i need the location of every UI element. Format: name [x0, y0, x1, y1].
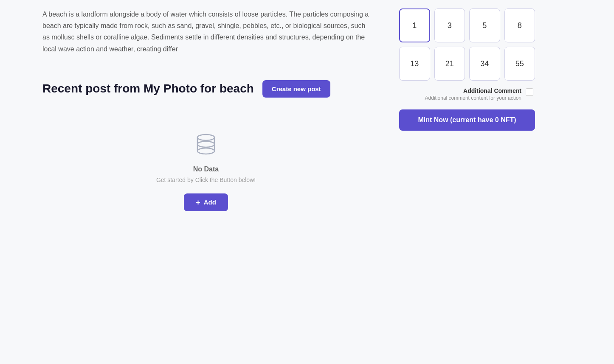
- recent-posts-section: Recent post from My Photo for beach Crea…: [42, 80, 369, 228]
- svg-point-1: [197, 141, 214, 147]
- nft-cell-21[interactable]: 21: [434, 47, 465, 81]
- main-content: A beach is a landform alongside a body o…: [0, 0, 386, 364]
- description-text: A beach is a landform alongside a body o…: [42, 8, 369, 55]
- nft-cell-13[interactable]: 13: [399, 47, 430, 81]
- svg-point-0: [197, 134, 214, 140]
- page-wrapper: A beach is a landform alongside a body o…: [0, 0, 614, 364]
- database-icon: [193, 132, 219, 159]
- plus-icon: +: [196, 199, 200, 206]
- nft-cell-34[interactable]: 34: [469, 47, 500, 81]
- additional-comment-description: Additional comment content for your acti…: [425, 95, 521, 101]
- recent-posts-title: Recent post from My Photo for beach: [42, 82, 254, 95]
- recent-posts-header: Recent post from My Photo for beach Crea…: [42, 80, 369, 98]
- nft-cell-1[interactable]: 1: [399, 8, 430, 42]
- nft-cell-8[interactable]: 8: [504, 8, 535, 42]
- add-button[interactable]: + Add: [184, 193, 228, 211]
- sidebar: 1 3 5 8 13 21 34 55 Additional Comment A…: [386, 0, 548, 364]
- add-button-label: Add: [204, 199, 216, 206]
- additional-comment-checkbox[interactable]: [526, 88, 533, 96]
- svg-point-2: [197, 148, 214, 154]
- nft-cell-55[interactable]: 55: [504, 47, 535, 81]
- nft-cell-3[interactable]: 3: [434, 8, 465, 42]
- nft-grid: 1 3 5 8 13 21 34 55: [399, 8, 535, 81]
- additional-comment-text: Additional Comment Additional comment co…: [425, 87, 521, 101]
- nft-cell-5[interactable]: 5: [469, 8, 500, 42]
- additional-comment-label: Additional Comment: [425, 87, 521, 94]
- no-data-container: No Data Get started by Click the Button …: [42, 115, 369, 228]
- additional-comment-row: Additional Comment Additional comment co…: [399, 87, 535, 101]
- mint-button[interactable]: Mint Now (current have 0 NFT): [399, 109, 535, 131]
- no-data-subtitle: Get started by Click the Button below!: [156, 176, 256, 183]
- no-data-title: No Data: [193, 165, 219, 173]
- create-new-post-button[interactable]: Create new post: [262, 80, 330, 98]
